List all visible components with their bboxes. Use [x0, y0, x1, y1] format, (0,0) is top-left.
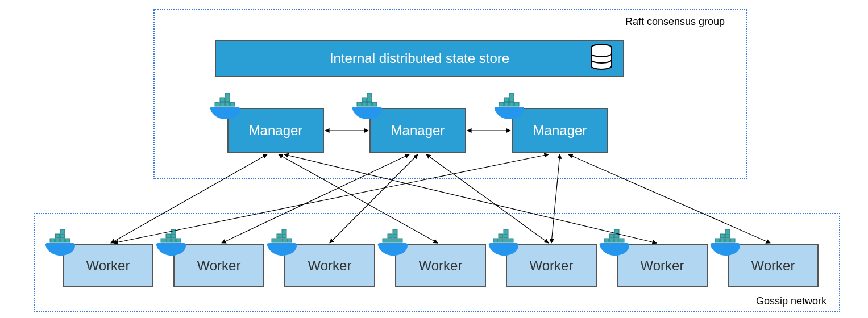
manager-label: Manager: [391, 123, 445, 139]
docker-whale-icon: [44, 228, 81, 260]
svg-rect-34: [171, 234, 176, 238]
worker-label: Worker: [86, 258, 130, 274]
svg-rect-47: [388, 234, 392, 238]
svg-rect-37: [277, 238, 281, 242]
worker-label: Worker: [308, 258, 352, 274]
svg-rect-48: [393, 234, 397, 238]
svg-rect-57: [604, 238, 609, 242]
svg-rect-22: [50, 238, 55, 242]
docker-whale-icon: [493, 92, 530, 124]
docker-whale-icon: [709, 228, 746, 260]
svg-rect-14: [367, 93, 372, 97]
worker-node-3: Worker: [395, 244, 486, 287]
manager-label: Manager: [249, 123, 303, 139]
svg-rect-18: [514, 102, 519, 106]
svg-rect-50: [493, 238, 498, 242]
svg-rect-17: [509, 102, 514, 106]
worker-node-5: Worker: [617, 244, 708, 287]
worker-label: Worker: [641, 258, 684, 274]
docker-whale-icon: [351, 92, 388, 124]
docker-whale-icon: [377, 228, 413, 260]
state-store-label: Internal distributed state store: [330, 51, 509, 66]
svg-rect-53: [509, 238, 513, 242]
svg-rect-61: [609, 234, 614, 238]
svg-rect-16: [504, 102, 509, 106]
worker-node-6: Worker: [728, 244, 819, 287]
manager-node-0: Manager: [227, 108, 324, 153]
svg-rect-27: [60, 234, 65, 238]
state-store-box: Internal distributed state store: [215, 40, 624, 77]
raft-group-label: Raft consensus group: [625, 16, 725, 28]
svg-rect-6: [225, 98, 230, 102]
svg-rect-5: [220, 98, 225, 102]
docker-whale-icon: [266, 228, 302, 260]
svg-rect-52: [504, 238, 508, 242]
gossip-network-label: Gossip network: [756, 295, 827, 307]
svg-rect-70: [725, 229, 730, 233]
svg-rect-31: [171, 238, 176, 242]
svg-rect-60: [620, 238, 624, 242]
svg-rect-58: [609, 238, 614, 242]
manager-node-2: Manager: [512, 108, 608, 153]
svg-rect-40: [277, 234, 281, 238]
worker-label: Worker: [751, 258, 795, 274]
docker-whale-icon: [599, 228, 635, 260]
svg-rect-12: [362, 98, 367, 102]
svg-rect-28: [60, 229, 65, 233]
svg-rect-46: [398, 238, 402, 242]
worker-label: Worker: [419, 258, 463, 274]
svg-rect-64: [715, 238, 720, 242]
svg-rect-4: [230, 102, 235, 106]
svg-rect-59: [614, 238, 619, 242]
svg-rect-15: [499, 102, 504, 106]
svg-rect-13: [367, 98, 372, 102]
database-icon: [590, 44, 613, 73]
svg-rect-36: [272, 238, 276, 242]
svg-rect-66: [725, 238, 730, 242]
svg-rect-45: [393, 238, 397, 242]
svg-rect-69: [725, 234, 730, 238]
svg-rect-65: [720, 238, 725, 242]
svg-rect-55: [504, 234, 508, 238]
manager-label: Manager: [533, 123, 587, 139]
svg-rect-8: [357, 102, 362, 106]
svg-rect-25: [65, 238, 70, 242]
svg-rect-39: [287, 238, 292, 242]
svg-rect-23: [55, 238, 60, 242]
svg-rect-54: [499, 234, 503, 238]
svg-rect-7: [225, 93, 230, 97]
svg-rect-41: [282, 234, 286, 238]
svg-rect-44: [388, 238, 392, 242]
docker-whale-icon: [155, 228, 192, 260]
svg-rect-3: [225, 102, 230, 106]
svg-rect-67: [730, 238, 735, 242]
docker-whale-icon: [488, 228, 524, 260]
svg-rect-26: [55, 234, 60, 238]
svg-rect-24: [60, 238, 65, 242]
svg-rect-10: [367, 102, 372, 106]
svg-rect-11: [372, 102, 377, 106]
svg-rect-32: [176, 238, 181, 242]
svg-rect-56: [504, 229, 508, 233]
worker-node-2: Worker: [284, 244, 375, 287]
worker-node-1: Worker: [173, 244, 264, 287]
worker-label: Worker: [197, 258, 241, 274]
svg-rect-68: [720, 234, 725, 238]
svg-rect-62: [614, 234, 619, 238]
svg-rect-21: [509, 93, 514, 97]
manager-node-1: Manager: [369, 108, 466, 153]
svg-rect-29: [161, 238, 165, 242]
svg-rect-20: [509, 98, 514, 102]
worker-node-0: Worker: [63, 244, 153, 287]
svg-rect-38: [282, 238, 286, 242]
svg-rect-1: [215, 102, 219, 106]
worker-node-4: Worker: [506, 244, 597, 287]
svg-rect-30: [166, 238, 171, 242]
svg-rect-51: [499, 238, 503, 242]
svg-rect-49: [393, 229, 397, 233]
svg-rect-19: [504, 98, 509, 102]
svg-rect-43: [383, 238, 387, 242]
worker-label: Worker: [530, 258, 574, 274]
docker-whale-icon: [209, 92, 246, 124]
svg-rect-33: [166, 234, 171, 238]
